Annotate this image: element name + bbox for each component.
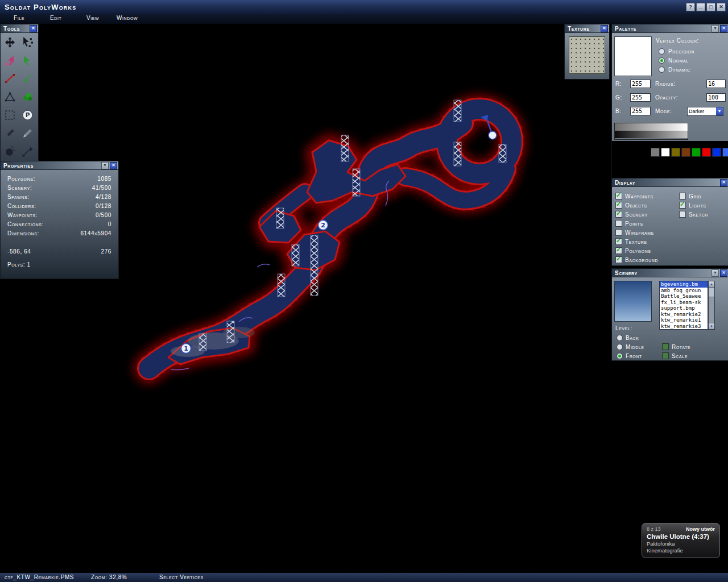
r-field[interactable] (630, 80, 651, 88)
file-list-scrollbar[interactable]: ▲ ▼ (708, 281, 715, 330)
checkbox-sketch[interactable]: Sketch (679, 211, 708, 218)
scenery-preview[interactable] (614, 281, 652, 322)
palette-custom-area[interactable] (612, 141, 728, 178)
blend-mode-dropdown[interactable]: Darker ▼ (687, 107, 723, 116)
dropdown-arrow-icon[interactable]: ▼ (716, 107, 723, 115)
level-back[interactable]: Back (617, 334, 639, 341)
polygon-move-tool[interactable] (2, 53, 18, 69)
line-tool[interactable] (2, 72, 18, 88)
swatch-olive[interactable] (671, 148, 680, 157)
checkbox-wireframe[interactable]: Wireframe (615, 229, 654, 236)
g-field[interactable] (630, 93, 651, 102)
minimize-button[interactable]: _ (696, 3, 705, 11)
waypoint-tool[interactable] (19, 144, 35, 160)
properties-panel-titlebar[interactable]: Properties ▼ ✕ (1, 161, 118, 170)
menu-window[interactable]: Window (117, 15, 138, 21)
colour-mode-precision[interactable]: Precision (659, 48, 694, 55)
display-panel-titlebar[interactable]: Display ✕ (612, 178, 728, 187)
colour-mode-normal[interactable]: Normal (659, 57, 689, 64)
cursor-depth: 276 (101, 247, 112, 256)
window-titlebar[interactable]: Soldat PolyWorks ? _ □ ✕ (0, 0, 728, 14)
properties-collapse-button[interactable]: ▼ (101, 162, 109, 169)
swatch-lightblue[interactable] (722, 148, 728, 157)
menu-edit[interactable]: Edit (50, 15, 61, 21)
swatch-white[interactable] (661, 148, 670, 157)
swatch-red[interactable] (702, 148, 711, 157)
swatch-green[interactable] (692, 148, 701, 157)
maximize-button[interactable]: □ (706, 3, 715, 11)
file-item[interactable]: ktw_remarkie1 (660, 317, 708, 323)
vertex-selection-tool[interactable] (19, 35, 35, 51)
swatch-brown[interactable] (681, 148, 690, 157)
checkbox-background[interactable]: Background (615, 256, 658, 263)
texture-close-button[interactable]: ✕ (601, 25, 608, 32)
scenery-tool[interactable] (19, 90, 35, 106)
radius-field[interactable] (706, 80, 726, 88)
texture-panel-titlebar[interactable]: Texture ✕ (565, 24, 609, 33)
selection-tool[interactable] (19, 53, 35, 69)
gradient-picker[interactable] (614, 123, 688, 140)
pencil-tool[interactable] (2, 126, 18, 142)
help-button[interactable]: ? (686, 3, 695, 11)
brush-tool[interactable] (19, 126, 35, 142)
spray-tool[interactable] (2, 144, 18, 160)
checkbox-scale[interactable]: Scale (662, 352, 688, 359)
tools-close-button[interactable]: ✕ (30, 25, 37, 32)
palette-collapse-button[interactable]: ▼ (712, 25, 719, 32)
checkbox-objects[interactable]: Objects (615, 202, 647, 209)
polygon-tool[interactable] (2, 90, 18, 106)
checkbox-texture[interactable]: Texture (615, 238, 647, 245)
marquee-tool[interactable] (2, 108, 18, 124)
file-item[interactable]: ktw_remarkie3 (660, 323, 708, 330)
gradient-top[interactable] (615, 123, 688, 131)
scenery-close-button[interactable]: ✕ (720, 269, 727, 277)
spawn-marker-2[interactable]: 2 (318, 221, 328, 230)
file-item[interactable]: amb_fog_groun (660, 288, 708, 294)
spawn-marker-1[interactable]: 1 (181, 344, 191, 354)
transform-icon (4, 36, 16, 50)
checkbox-polygons[interactable]: Polygons (615, 247, 651, 254)
display-close-button[interactable]: ✕ (720, 179, 727, 186)
checkbox-scenery[interactable]: Scenery (615, 211, 648, 218)
properties-close-button[interactable]: ✕ (110, 162, 117, 169)
file-item[interactable]: fx_li_beam-sk (660, 300, 708, 306)
level-front[interactable]: Front (617, 352, 642, 359)
tools-panel-titlebar[interactable]: Tools ✕ (1, 24, 38, 33)
checkbox-points[interactable]: Points (615, 220, 643, 227)
gradient-bottom[interactable] (615, 131, 688, 138)
menu-view[interactable]: View (86, 15, 99, 21)
palette-panel-titlebar[interactable]: Palette ▼ ✕ (612, 24, 728, 33)
vertex-color-preview[interactable] (614, 36, 652, 76)
normal-radio[interactable] (659, 57, 665, 64)
close-button[interactable]: ✕ (717, 3, 726, 11)
palette-close-button[interactable]: ✕ (720, 25, 727, 32)
texture-thumbnail[interactable] (569, 36, 605, 74)
scroll-up-icon[interactable]: ▲ (709, 281, 714, 288)
spawn-point-tool[interactable]: P (19, 108, 35, 124)
swatch-gray[interactable] (651, 148, 660, 157)
file-item[interactable]: support.bmp (660, 305, 708, 311)
file-item[interactable]: Battle_Seawee (660, 293, 708, 300)
transform-tool[interactable] (2, 35, 18, 51)
swatch-row (651, 148, 728, 157)
swatch-blue[interactable] (712, 148, 721, 157)
precision-radio[interactable] (659, 48, 665, 55)
scenery-collapse-button[interactable]: ▼ (712, 269, 719, 277)
opacity-field[interactable] (706, 93, 726, 102)
music-notification[interactable]: 8 z 13 Nowy utwór Chwile Ulotne (4:37) P… (642, 523, 720, 558)
checkbox-waypoints[interactable]: Waypoints (615, 193, 653, 199)
colour-mode-dynamic[interactable]: Dynamic (659, 66, 690, 73)
scrollbar-thumb[interactable] (709, 288, 714, 297)
checkbox-grid[interactable]: Grid (679, 193, 701, 199)
scroll-down-icon[interactable]: ▼ (709, 323, 714, 329)
dynamic-radio[interactable] (659, 66, 665, 73)
file-item[interactable]: bgevening.bm (660, 281, 708, 288)
checkbox-rotate[interactable]: Rotate (662, 343, 690, 350)
b-field[interactable] (630, 107, 651, 115)
depth-arrow-tool[interactable] (19, 72, 35, 88)
level-middle[interactable]: Middle (617, 343, 644, 350)
menu-file[interactable]: File (14, 15, 24, 21)
scenery-panel-titlebar[interactable]: Scenery ▼ ✕ (612, 269, 728, 277)
checkbox-lights[interactable]: Lights (679, 202, 706, 209)
file-item[interactable]: ktw_remarkie2 (660, 311, 708, 318)
